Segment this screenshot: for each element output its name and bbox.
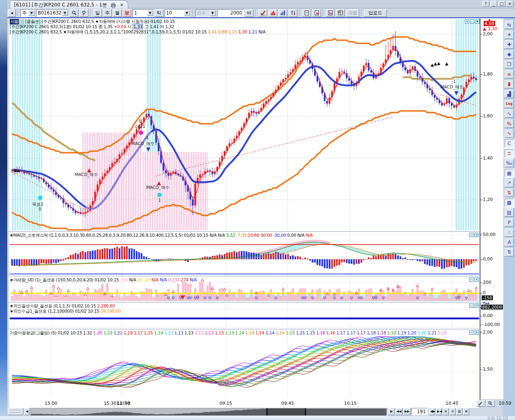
tick-button[interactable]: 틱	[155, 9, 163, 17]
macd-close-icon[interactable]: ✕	[474, 233, 479, 237]
net-minimize-icon[interactable]: ─	[469, 330, 474, 335]
print-tab-icon[interactable]	[109, 1, 116, 9]
volume-minimize-icon[interactable]: ─	[469, 277, 474, 282]
tab-close-icon[interactable]: ✕	[119, 2, 124, 8]
collapse-left-button[interactable]: ◂	[8, 9, 16, 17]
minute-button[interactable]: 분	[123, 9, 132, 17]
ma-value: 1,26	[93, 330, 103, 335]
volume-close-icon[interactable]: ✕	[474, 277, 479, 282]
chart-corner-button-▼[interactable]: ▼	[475, 19, 480, 24]
chart-corner-button-□[interactable]: □	[470, 19, 474, 24]
bar-chart-icon[interactable]	[278, 9, 287, 17]
interval-combo[interactable]: 1▼	[133, 9, 153, 17]
main-chart-svg[interactable]: 목표200스탑1-1MACD_매도MACD_매수MACD_매수1-1MACD_매…	[9, 18, 480, 231]
bar-button[interactable]: 바	[245, 9, 254, 17]
scroll-left-button[interactable]: ◀	[24, 408, 30, 415]
macd-panel[interactable]	[9, 232, 480, 276]
formula-value: 1,41	[208, 29, 218, 34]
volume-value: 20	[137, 277, 144, 282]
code-combo[interactable]: B0161632▼	[36, 9, 68, 17]
macd-minimize-icon[interactable]: ─	[469, 233, 474, 237]
tick-count-combo[interactable]: 10▼	[165, 9, 190, 17]
log-scale-icon[interactable]: Log	[505, 100, 514, 108]
foreign-header-line1: ★외인옵션수량_옵션용 (0,1,1,5) 01/02 10:15 2,286,…	[10, 303, 115, 309]
multi-grid-icon[interactable]	[336, 9, 345, 17]
auto-trade-check-icon[interactable]	[258, 9, 267, 17]
high-low-icon[interactable]: ∿	[505, 109, 514, 118]
up-down-arrows-icon[interactable]	[288, 9, 297, 17]
close-button[interactable]: ×	[506, 1, 513, 7]
visible-bars-input[interactable]	[411, 408, 427, 415]
foreign-minimize-icon[interactable]: ─	[469, 303, 474, 308]
chart-nav-button-1[interactable]: ▶◀	[436, 408, 442, 415]
weekly-button[interactable]: 주	[103, 9, 112, 17]
window-tab[interactable]: [6101] [주간]KP200 C 2601 632,5 - 1분 ✕	[10, 0, 128, 8]
search-recent-icon[interactable]	[80, 9, 88, 17]
indicator-list-icon[interactable]: ≡	[505, 70, 514, 78]
chart-nav-button-0[interactable]: ◀▶	[429, 408, 435, 415]
volume-value: 274	[181, 277, 190, 282]
upload-button[interactable]: 업로드	[364, 9, 387, 17]
net-close-icon[interactable]: ✕	[474, 330, 479, 335]
ma-value: 1,32	[83, 330, 93, 335]
sort-axis-icon[interactable]: ⇅	[505, 248, 514, 256]
period-combo[interactable]: 주▼	[20, 9, 35, 17]
print-icon[interactable]: ▤	[505, 208, 514, 217]
minimize-button[interactable]: _	[490, 1, 497, 7]
badge-close-icon[interactable]: ×	[19, 20, 24, 24]
chevron-down-icon[interactable]: ▼	[62, 10, 68, 16]
chart-nav-button-5[interactable]: ⊠	[463, 408, 469, 415]
grid-dots-icon[interactable]: ▩	[505, 199, 514, 207]
monthly-button[interactable]: 월	[113, 9, 122, 17]
map-play-button[interactable]: ▶	[388, 408, 394, 415]
main-chart-panel[interactable]: 목표200스탑1-1MACD_매도MACD_매수MACD_매수1-1MACD_매…	[9, 18, 480, 231]
search-icon[interactable]	[69, 9, 78, 17]
maximize-button[interactable]: □	[498, 1, 505, 7]
percent-icon[interactable]: %	[505, 119, 514, 128]
delete-document-icon[interactable]	[312, 9, 321, 17]
folder-icon[interactable]: ❒	[505, 60, 514, 68]
volume-chart-icon[interactable]: ▟	[505, 90, 514, 98]
zoom-button[interactable]	[486, 400, 495, 407]
updown-icon[interactable]: ⇅	[505, 188, 514, 197]
change-chart-icon[interactable]: ±	[505, 149, 514, 158]
map-fastfwd-button[interactable]: ▶▶	[403, 408, 411, 415]
system-tool-icon[interactable]: ∗	[505, 31, 514, 39]
chart-nav-button-2[interactable]: ⊕	[443, 408, 449, 415]
foreign-close-icon[interactable]: ✕	[474, 303, 479, 308]
chart-document-icon[interactable]	[326, 9, 335, 17]
minimap-track[interactable]	[31, 408, 388, 416]
daily-button[interactable]: 일	[93, 9, 102, 17]
draw-pencil-button[interactable]	[476, 400, 485, 407]
bar-count-input[interactable]	[217, 9, 244, 17]
ma-value: 1,14	[276, 330, 286, 335]
candle-type-icon[interactable]: ▮	[505, 80, 514, 88]
compare-icon[interactable]: ∿	[505, 129, 514, 138]
net-ma-panel[interactable]	[9, 330, 480, 399]
main-header-formula: [주간]KP200 C 2601 632,5 ★자동매매 (1,5,15,20,…	[10, 29, 266, 35]
refresh-icon[interactable]: ⇆	[505, 20, 514, 29]
help-button[interactable]: ?	[482, 1, 489, 7]
new-document-icon[interactable]	[302, 9, 311, 17]
wrench-icon[interactable]: ✚	[505, 40, 514, 49]
percent2-icon[interactable]: ‰	[505, 159, 514, 167]
macd-value: 30,00	[260, 233, 273, 238]
close-line-icon[interactable]: C	[505, 139, 514, 148]
chevron-down-icon[interactable]: ▼	[29, 10, 35, 16]
trend-line-icon[interactable]: ↗	[505, 179, 514, 187]
chart-corner-button-N[interactable]: N	[465, 19, 469, 24]
chevron-down-icon[interactable]: ▼	[147, 10, 153, 16]
red-bars-icon[interactable]	[268, 9, 277, 17]
resize-grip[interactable]	[8, 408, 23, 415]
pencil-icon	[478, 401, 484, 406]
right-toolbar: ⇆∗✚◆❒≡▮▟Log∿%∿C±‰▦↗⇅▩▤P▫A⇅	[503, 18, 515, 416]
grid-type-icon[interactable]: ▦	[505, 169, 514, 177]
chevron-down-icon[interactable]: ▼	[184, 10, 190, 16]
text-note-icon[interactable]: A	[505, 238, 514, 246]
page-setup-icon[interactable]: P	[505, 218, 514, 227]
disabled-tool-icon[interactable]: ▫	[505, 228, 514, 237]
object-icon[interactable]: ◆	[505, 50, 514, 59]
chart-nav-button-4[interactable]: ▨	[456, 408, 462, 415]
chart-nav-button-3[interactable]: ⊖	[450, 408, 456, 415]
map-fastback-button[interactable]: ◀◀	[395, 408, 403, 415]
